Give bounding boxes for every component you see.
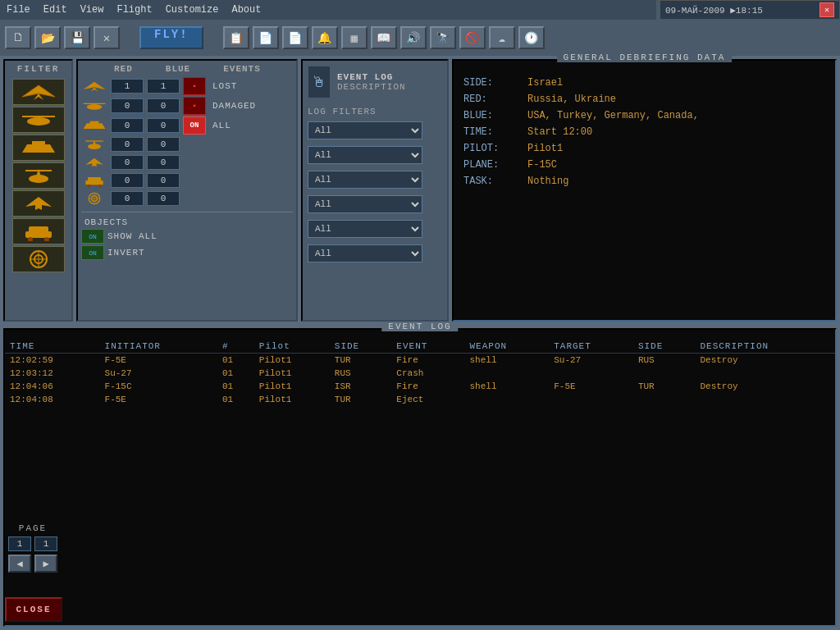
- toolbar-sound-btn[interactable]: 🔊: [400, 26, 427, 49]
- table-cell: TUR: [330, 393, 392, 406]
- page-prev-button[interactable]: ◀: [8, 555, 31, 573]
- red-input-2[interactable]: [111, 98, 144, 113]
- table-cell: 12:02:59: [5, 354, 100, 368]
- toolbar-cloud-btn[interactable]: ☁: [489, 26, 515, 49]
- toolbar-save-btn[interactable]: 💾: [64, 26, 90, 49]
- page-next-button[interactable]: ▶: [34, 555, 57, 573]
- event-log-table: TIME INITIATOR # Pilot SIDE EVENT WEAPON…: [5, 340, 835, 406]
- row7-icon: [81, 190, 107, 207]
- red-input-1[interactable]: [111, 79, 144, 94]
- row6-icon: [81, 172, 107, 189]
- table-cell: [633, 367, 696, 380]
- debrief-row-blue: BLUE: USA, Turkey, Germany, Canada,: [463, 110, 825, 121]
- filter-row-6: [81, 172, 293, 189]
- log-filter-2[interactable]: All: [308, 146, 422, 164]
- filter-icon-chopper2[interactable]: [12, 162, 65, 189]
- event-table-wrapper: TIME INITIATOR # Pilot SIDE EVENT WEAPON…: [5, 330, 835, 406]
- blue-input-2[interactable]: [147, 98, 180, 113]
- red-input-4[interactable]: [111, 137, 144, 152]
- table-cell: Destroy: [695, 380, 835, 393]
- blue-input-6[interactable]: [147, 173, 180, 188]
- toolbar-doc2-btn[interactable]: 📄: [282, 26, 308, 49]
- red-input-5[interactable]: [111, 155, 144, 170]
- filter-icon-plane2[interactable]: [12, 190, 65, 217]
- log-filter-3[interactable]: All: [308, 171, 422, 189]
- toolbar-new-btn[interactable]: 🗋: [5, 26, 31, 49]
- debrief-row-red: RED: Russia, Ukraine: [463, 94, 825, 105]
- damaged-indicator: ▪: [183, 97, 206, 115]
- filter-row-7: [81, 190, 293, 207]
- th-num: #: [217, 340, 254, 354]
- table-row[interactable]: 12:03:12Su-2701Pilot1RUSCrash: [5, 367, 835, 380]
- log-filter-1[interactable]: All: [308, 121, 422, 139]
- table-cell: Pilot1: [254, 380, 330, 393]
- toolbar-noslash-btn[interactable]: 🚫: [459, 26, 486, 49]
- th-desc: DESCRIPTION: [695, 340, 835, 354]
- filter-icon-helicopter[interactable]: [12, 107, 65, 133]
- red-input-7[interactable]: [111, 191, 144, 206]
- event-log-title: EVENT LOG: [337, 72, 406, 82]
- table-cell: [549, 393, 633, 406]
- log-filter-6[interactable]: All: [308, 244, 422, 262]
- close-button[interactable]: CLOSE: [5, 597, 62, 622]
- plane-key: PLANE:: [463, 159, 521, 171]
- toolbar-open-btn[interactable]: 📂: [34, 26, 61, 49]
- blue-input-7[interactable]: [147, 191, 180, 206]
- menubar: File Edit View Flight Customize About: [0, 0, 656, 20]
- log-filter-4[interactable]: All: [308, 195, 422, 213]
- menu-flight[interactable]: Flight: [116, 4, 152, 16]
- table-row[interactable]: 12:02:59F-5E01Pilot1TURFireshellSu-27RUS…: [5, 354, 835, 368]
- debrief-row-time: TIME: Start 12:00: [463, 126, 825, 138]
- log-filter-5[interactable]: All: [308, 220, 422, 238]
- filter-icon-target[interactable]: [12, 246, 65, 272]
- table-cell: 12:04:06: [5, 380, 100, 393]
- svg-point-33: [98, 185, 102, 188]
- filter-icon-fighter[interactable]: [12, 79, 65, 105]
- filter-icon-vehicle[interactable]: [12, 218, 65, 244]
- toolbar-list-btn[interactable]: ▦: [341, 26, 368, 49]
- th-event: EVENT: [391, 340, 464, 354]
- debrief-data: GENERAL DEBRIEFING DATA SIDE: Israel RED…: [452, 59, 837, 322]
- titlebar: 09-МАЙ-2009 ▶18:15 ✕: [660, 0, 840, 20]
- toolbar-binoculars-btn[interactable]: 🔭: [430, 26, 456, 49]
- show-all-btn[interactable]: ON: [81, 229, 104, 244]
- toolbar-doc-btn[interactable]: 📄: [253, 26, 279, 49]
- filter-panel: FILTER: [3, 59, 73, 322]
- svg-rect-31: [88, 177, 101, 181]
- table-cell: [465, 393, 550, 406]
- blue-input-4[interactable]: [147, 137, 180, 152]
- table-row[interactable]: 12:04:08F-5E01Pilot1TUREject: [5, 393, 835, 406]
- filter-row-3: ON ALL: [81, 116, 293, 135]
- table-cell: Eject: [391, 393, 464, 406]
- toolbar-close-btn[interactable]: ✕: [94, 26, 120, 49]
- table-row[interactable]: 12:04:06F-15C01Pilot1ISRFireshellF-5ETUR…: [5, 380, 835, 393]
- blue-input-5[interactable]: [147, 155, 180, 170]
- filter-icon-ship[interactable]: [12, 135, 65, 161]
- table-cell: shell: [465, 380, 550, 393]
- toolbar-clock-btn[interactable]: 🕐: [518, 26, 545, 49]
- fly-button[interactable]: FLY!: [139, 26, 203, 49]
- red-input-3[interactable]: [111, 118, 144, 133]
- debrief-row-plane: PLANE: F-15C: [463, 159, 825, 171]
- titlebar-close-button[interactable]: ✕: [819, 2, 834, 17]
- table-cell: 12:04:08: [5, 393, 100, 406]
- menu-customize[interactable]: Customize: [166, 4, 219, 16]
- menu-view[interactable]: View: [80, 4, 104, 16]
- task-key: TASK:: [463, 176, 521, 187]
- menu-about[interactable]: About: [231, 4, 261, 16]
- blue-input-1[interactable]: [147, 79, 180, 94]
- blue-input-3[interactable]: [147, 118, 180, 133]
- toolbar-log-btn[interactable]: 📋: [223, 26, 249, 49]
- red-input-6[interactable]: [111, 173, 144, 188]
- col-blue-header: BLUE: [166, 64, 190, 74]
- main-content: FILTER: [0, 56, 840, 630]
- filter-row-4: [81, 136, 293, 153]
- invert-row: ON INVERT: [81, 245, 293, 260]
- table-cell: Su-27: [549, 354, 633, 368]
- table-cell: Su-27: [100, 367, 217, 380]
- toolbar-bell-btn[interactable]: 🔔: [312, 26, 338, 49]
- menu-edit[interactable]: Edit: [43, 4, 67, 16]
- toolbar-book-btn[interactable]: 📖: [371, 26, 397, 49]
- invert-btn[interactable]: ON: [81, 245, 104, 260]
- menu-file[interactable]: File: [7, 4, 30, 16]
